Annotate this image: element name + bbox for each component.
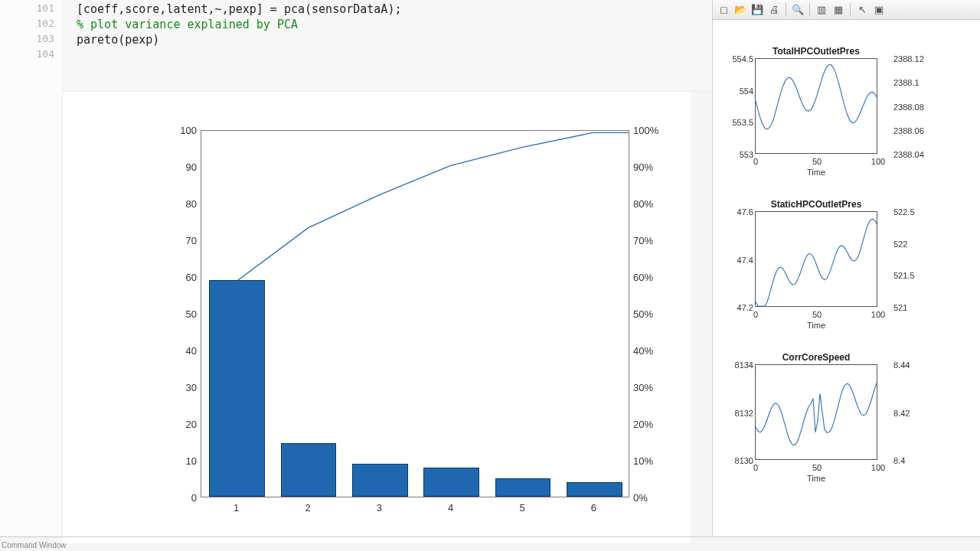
pareto-bar: [567, 482, 622, 497]
mini-y2-tick: 2388.1: [893, 78, 920, 87]
divider: [0, 536, 980, 537]
mini-plot-axes[interactable]: 47.247.447.6521521.5522522.5050100Time: [755, 211, 877, 307]
sensor-mini-chart[interactable]: CorrCoreSpeed8130813281348.48.428.440501…: [755, 352, 877, 460]
sensor-mini-chart[interactable]: StaticHPCOutletPres47.247.447.6521521.55…: [755, 199, 877, 307]
mini-y-tick: 8132: [719, 409, 753, 418]
y-axis-tick-right: 10%: [633, 455, 675, 467]
code-editor[interactable]: [coeff,score,latent,~,pexp] = pca(sensor…: [63, 0, 712, 92]
mini-xlabel: Time: [756, 321, 877, 330]
print-icon[interactable]: 🖨: [766, 2, 782, 18]
line-number: 102: [0, 16, 62, 31]
y-axis-tick-left: 10: [139, 455, 197, 467]
mini-y2-tick: 2388.08: [893, 103, 924, 112]
x-axis-tick: 3: [368, 502, 390, 514]
mini-y-tick: 554.5: [719, 54, 753, 64]
sensor-mini-chart[interactable]: TotalHPCOutletPres553553.5554554.52388.0…: [755, 46, 877, 154]
code-line[interactable]: pareto(pexp): [77, 32, 698, 47]
y-axis-tick-left: 30: [139, 382, 197, 393]
y-axis-tick-right: 50%: [633, 308, 675, 320]
pareto-bar: [281, 443, 337, 497]
mini-xlabel: Time: [756, 168, 877, 177]
pareto-bar: [352, 464, 408, 497]
mini-x-tick: 100: [867, 463, 890, 472]
y-axis-tick-right: 80%: [633, 198, 675, 210]
x-axis-tick: 6: [582, 502, 605, 514]
pointer-icon[interactable]: ↖: [854, 2, 870, 18]
mini-x-tick: 0: [744, 463, 767, 472]
plot-axes[interactable]: [201, 130, 629, 497]
mini-y2-tick: 522.5: [893, 207, 915, 217]
zoom-icon[interactable]: 🔍: [790, 2, 805, 18]
y-axis-tick-left: 60: [139, 272, 197, 283]
y-axis-tick-right: 100%: [633, 125, 675, 136]
data-cursor-icon[interactable]: ▥: [814, 2, 829, 18]
mini-y-tick: 8134: [719, 360, 753, 370]
mini-y-tick: 554: [719, 86, 753, 96]
toolbar-separator: [786, 3, 786, 17]
x-axis-tick: 1: [225, 502, 248, 514]
y-axis-tick-left: 0: [139, 492, 197, 504]
y-axis-tick-right: 20%: [633, 419, 675, 430]
mini-x-tick: 50: [805, 157, 828, 166]
open-icon[interactable]: 📂: [733, 2, 748, 18]
code-line-comment[interactable]: % plot variance explained by PCA: [77, 17, 698, 32]
mini-x-tick: 50: [805, 463, 828, 472]
pareto-bar: [209, 280, 265, 497]
code-line[interactable]: [coeff,score,latent,~,pexp] = pca(sensor…: [77, 2, 698, 17]
y-axis-tick-left: 90: [139, 161, 197, 173]
mini-x-tick: 100: [867, 157, 890, 166]
figure-docked-panel: ◻ 📂 💾 🖨 🔍 ▥ ▦ ↖ ▣ TotalHPCOutletPres5535…: [712, 0, 980, 536]
y-axis-tick-left: 80: [139, 198, 197, 210]
y-axis-tick-left: 40: [139, 345, 197, 357]
y-axis-tick-left: 50: [139, 308, 197, 320]
y-axis-tick-right: 60%: [633, 272, 675, 283]
save-icon[interactable]: 💾: [750, 2, 765, 18]
figure-toolbar: ◻ 📂 💾 🖨 🔍 ▥ ▦ ↖ ▣: [713, 0, 980, 20]
x-axis-tick: 2: [296, 502, 319, 514]
x-axis-tick: 5: [511, 502, 534, 514]
mini-x-tick: 100: [867, 310, 890, 319]
figure-output-area: 0102030405060708090100 123456 0%10%20%30…: [63, 92, 691, 543]
mini-y2-tick: 2388.12: [893, 54, 924, 64]
mini-xlabel: Time: [756, 474, 877, 483]
line-number: 101: [0, 1, 62, 16]
y-axis-tick-right: 70%: [633, 235, 675, 246]
line-number-gutter: 101 102 103 104: [0, 0, 63, 536]
y-axis-tick-right: 0%: [633, 492, 675, 504]
y-axis-tick-right: 40%: [633, 345, 675, 357]
pareto-bar: [495, 478, 551, 497]
toolbar-separator: [809, 3, 810, 17]
line-number: 104: [0, 47, 62, 62]
command-window-label: Command Window: [2, 541, 66, 549]
y-axis-tick-left: 70: [139, 235, 197, 246]
mini-y-tick: 47.6: [719, 207, 753, 217]
mini-plot-axes[interactable]: 8130813281348.48.428.44050100Time: [755, 364, 877, 460]
figure-props-icon[interactable]: ▣: [871, 2, 887, 18]
mini-y2-tick: 2388.04: [893, 150, 924, 159]
mini-chart-title: TotalHPCOutletPres: [755, 46, 877, 57]
mini-y2-tick: 522: [893, 240, 907, 249]
mini-y2-tick: 521: [893, 303, 907, 312]
mini-chart-title: CorrCoreSpeed: [755, 352, 877, 363]
mini-y2-tick: 521.5: [893, 271, 915, 280]
y-axis-tick-left: 100: [139, 125, 197, 136]
mini-y2-tick: 8.44: [893, 360, 910, 370]
new-figure-icon[interactable]: ◻: [716, 2, 731, 18]
mini-x-tick: 0: [744, 310, 767, 319]
mini-y-tick: 47.4: [719, 256, 753, 265]
linked-plot-icon[interactable]: ▦: [831, 2, 846, 18]
mini-y2-tick: 8.42: [893, 409, 910, 418]
mini-x-tick: 50: [805, 310, 828, 319]
mini-plot-axes[interactable]: 553553.5554554.52388.042388.062388.08238…: [755, 58, 877, 154]
toolbar-separator: [850, 3, 851, 17]
mini-y2-tick: 8.4: [893, 456, 905, 465]
pareto-bar: [423, 468, 479, 497]
pareto-chart[interactable]: 0102030405060708090100 123456 0%10%20%30…: [139, 122, 691, 528]
y-axis-tick-left: 20: [139, 419, 197, 430]
line-number: 103: [0, 31, 62, 47]
x-axis-tick: 4: [439, 502, 462, 514]
mini-y2-tick: 2388.06: [893, 126, 924, 135]
mini-x-tick: 0: [744, 157, 767, 166]
y-axis-tick-right: 30%: [633, 382, 675, 393]
mini-y-tick: 553.5: [719, 118, 753, 127]
